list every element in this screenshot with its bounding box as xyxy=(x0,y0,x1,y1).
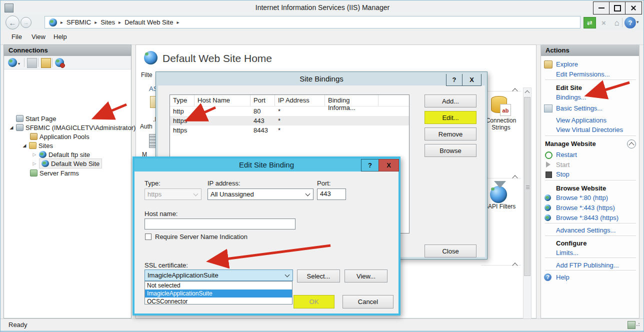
tree-node-default-web-site[interactable]: ▷ Default Web Site xyxy=(32,159,102,168)
action-explore[interactable]: Explore xyxy=(556,60,578,68)
dialog-close-button[interactable]: X xyxy=(462,74,482,86)
back-button[interactable]: ← xyxy=(6,16,20,30)
action-restart[interactable]: Restart xyxy=(556,151,577,158)
column-ip-address[interactable]: IP Address xyxy=(275,95,325,106)
select-certificate-button[interactable]: Select... xyxy=(297,270,340,282)
title-bar: Internet Information Services (IIS) Mana… xyxy=(0,0,644,14)
save-connections-icon[interactable] xyxy=(27,58,37,68)
cancel-button[interactable]: Cancel xyxy=(342,295,394,308)
column-binding-info[interactable]: Binding Informa... xyxy=(325,95,378,106)
sni-checkbox[interactable] xyxy=(145,234,152,240)
menu-file[interactable]: File xyxy=(12,33,22,40)
breadcrumb-item-sites[interactable]: Sites xyxy=(100,18,115,26)
minimize-button[interactable] xyxy=(593,2,610,14)
address-bar: ← → ▸ SFBMIC ▸ Sites ▸ Default Web Site … xyxy=(0,14,644,31)
group-collapse-icon[interactable] xyxy=(512,262,518,268)
binding-row-https-443[interactable]: https 443 * xyxy=(170,116,409,126)
action-browse-80[interactable]: Browse *:80 (http) xyxy=(556,194,608,202)
action-advanced-settings[interactable]: Advanced Settings... xyxy=(556,226,616,234)
remove-button[interactable]: Remove xyxy=(424,128,476,140)
action-stop[interactable]: Stop xyxy=(556,170,570,178)
connection-caret-icon[interactable]: ▾ xyxy=(18,62,20,66)
group-collapse-icon[interactable] xyxy=(512,175,518,180)
ok-button[interactable]: OK xyxy=(294,295,334,308)
close-dialog-button[interactable]: Close xyxy=(424,244,476,258)
expander-expanded-icon[interactable]: ◢ xyxy=(22,143,27,148)
actions-separator xyxy=(545,236,636,236)
action-browse-8443[interactable]: Browse *:8443 (https) xyxy=(556,214,618,222)
main-scrollbar[interactable] xyxy=(523,88,532,332)
toolbar-divider xyxy=(622,18,622,27)
home-icon[interactable]: ⌂ xyxy=(610,17,623,28)
type-select[interactable]: https xyxy=(144,188,202,200)
tree-label: Start Page xyxy=(26,115,56,122)
stop-icon[interactable]: × xyxy=(598,17,610,28)
breadcrumb[interactable]: ▸ SFBMIC ▸ Sites ▸ Default Web Site ▸ xyxy=(44,16,580,28)
help-icon[interactable]: ? xyxy=(624,17,636,28)
action-add-ftp-publishing[interactable]: Add FTP Publishing... xyxy=(556,262,619,269)
actions-group-configure: Configure xyxy=(556,240,586,247)
menu-view[interactable]: View xyxy=(32,33,46,40)
action-help[interactable]: Help xyxy=(556,274,570,281)
breadcrumb-item-site[interactable]: Default Web Site xyxy=(124,18,173,26)
ssl-option-imagicle[interactable]: ImagicleApplicationSuite xyxy=(145,290,292,298)
action-start[interactable]: Start xyxy=(556,161,570,168)
binding-row-https-8443[interactable]: https 8443 * xyxy=(170,126,409,135)
toolbar-separator xyxy=(38,58,38,67)
tree-node-server-farms[interactable]: Server Farms xyxy=(30,168,79,178)
edit-button[interactable]: Edit... xyxy=(424,111,476,124)
ssl-certificate-select[interactable]: ImagicleApplicationSuite xyxy=(144,270,293,281)
column-type[interactable]: Type xyxy=(170,95,194,106)
browse-button[interactable]: Browse xyxy=(424,144,476,157)
maximize-button[interactable] xyxy=(609,2,626,14)
collapse-group-icon[interactable] xyxy=(627,140,636,148)
ssl-certificate-dropdown[interactable]: Not selected ImagicleApplicationSuite OC… xyxy=(144,281,292,304)
action-limits[interactable]: Limits... xyxy=(556,249,578,256)
tree-node-application-pools[interactable]: Application Pools xyxy=(30,132,90,141)
close-button[interactable] xyxy=(625,2,642,14)
port-input[interactable]: 443 xyxy=(317,188,346,200)
action-view-virtual-directories[interactable]: View Virtual Directories xyxy=(556,126,623,134)
add-button[interactable]: Add... xyxy=(424,94,476,108)
actions-separator xyxy=(545,136,636,136)
tree-node-start-page[interactable]: Start Page xyxy=(16,114,56,123)
menu-help[interactable]: Help xyxy=(54,33,67,40)
actions-separator xyxy=(545,180,636,180)
action-edit-permissions[interactable]: Edit Permissions... xyxy=(556,70,610,78)
action-view-applications[interactable]: View Applications xyxy=(556,116,606,124)
up-folder-icon[interactable] xyxy=(41,58,51,68)
ftp-site-icon xyxy=(39,151,46,158)
action-basic-settings[interactable]: Basic Settings... xyxy=(556,104,602,112)
forward-button[interactable]: → xyxy=(20,17,32,28)
tree-node-server[interactable]: ◢ SFBMIC (IMAGICLETV\Administrator) xyxy=(9,123,136,132)
dialog-help-button[interactable]: ? xyxy=(361,159,379,172)
host-name-input[interactable] xyxy=(144,218,296,230)
isapi-filters-icon[interactable] xyxy=(490,186,507,203)
column-port[interactable]: Port xyxy=(250,95,275,106)
action-browse-443[interactable]: Browse *:443 (https) xyxy=(556,204,615,212)
refresh-icon[interactable]: ⇄ xyxy=(584,17,596,28)
view-certificate-button[interactable]: View... xyxy=(344,270,388,282)
ip-address-select[interactable]: All Unassigned xyxy=(208,188,314,200)
dialog-close-button[interactable]: X xyxy=(378,159,399,172)
expander-collapsed-icon[interactable]: ▷ xyxy=(32,152,37,157)
action-bindings[interactable]: Bindings... xyxy=(556,94,586,101)
expander-expanded-icon[interactable]: ◢ xyxy=(9,125,14,130)
column-host-name[interactable]: Host Name xyxy=(194,95,250,106)
menu-bar: File View Help xyxy=(0,30,644,45)
site-bindings-title: Site Bindings xyxy=(156,72,487,86)
help-caret-icon[interactable]: ▾ xyxy=(636,20,639,24)
dialog-help-button[interactable]: ? xyxy=(446,74,462,86)
group-collapse-icon[interactable] xyxy=(512,88,518,94)
tree-node-sites[interactable]: ◢ Sites xyxy=(22,141,53,150)
site-globe-icon xyxy=(49,18,57,26)
binding-row-http-80[interactable]: http 80 * xyxy=(170,106,409,116)
sites-folder-icon xyxy=(29,142,36,149)
create-connection-icon[interactable] xyxy=(8,58,17,67)
ssl-option-not-selected[interactable]: Not selected xyxy=(145,282,292,290)
ssl-option-ocsconnector[interactable]: OCSConnector xyxy=(145,298,292,306)
tree-node-default-ftp-site[interactable]: ▷ Default ftp site xyxy=(32,150,90,159)
resize-grip[interactable] xyxy=(636,325,638,326)
expander-collapsed-icon[interactable]: ▷ xyxy=(32,161,37,166)
breadcrumb-item-server[interactable]: SFBMIC xyxy=(66,18,91,26)
